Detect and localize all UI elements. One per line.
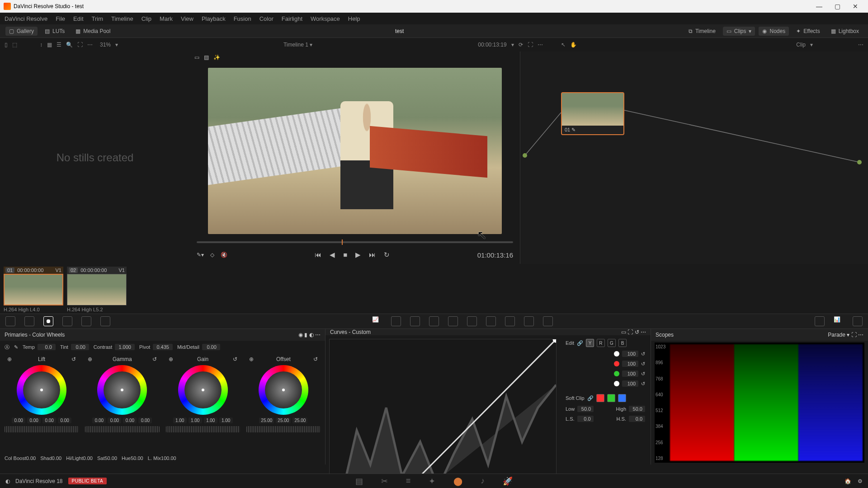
camera-raw-icon[interactable]	[5, 316, 15, 326]
scrubber[interactable]	[190, 239, 520, 246]
chevron-down-icon[interactable]: ▾	[310, 42, 312, 48]
lift-wheel[interactable]	[17, 365, 66, 415]
stop-button[interactable]: ■	[343, 251, 347, 259]
wheel-reset-icon[interactable]: ↺	[152, 356, 157, 362]
magic-mask-icon[interactable]	[467, 316, 477, 326]
menu-color[interactable]: Color	[259, 15, 274, 22]
offset-wheel[interactable]	[259, 365, 308, 415]
wheel-picker-icon[interactable]: ⊕	[88, 356, 92, 362]
menu-file[interactable]: File	[56, 15, 65, 22]
3d-icon[interactable]	[543, 316, 553, 326]
menu-fairlight[interactable]: Fairlight	[282, 15, 302, 22]
more-icon[interactable]: ⋯	[87, 42, 93, 48]
prev-button[interactable]: ◀	[330, 251, 335, 259]
hand-icon[interactable]: ✋	[570, 42, 577, 48]
edit-g[interactable]: G	[608, 339, 616, 347]
close-button[interactable]: ✕	[846, 0, 864, 13]
middetail-value[interactable]: 0.00	[202, 344, 220, 350]
node-mode[interactable]: Clip	[796, 42, 806, 48]
log-mode-icon[interactable]: ◐	[309, 332, 314, 338]
chevron-down-icon[interactable]: ▾	[810, 42, 813, 48]
hs-value[interactable]: 0.0	[629, 416, 645, 422]
effects-toggle[interactable]: ✦Effects	[793, 27, 823, 36]
media-pool-toggle[interactable]: ▦Media Pool	[72, 27, 114, 36]
key-icon[interactable]	[505, 316, 515, 326]
green-intensity[interactable]: 100	[622, 371, 638, 377]
blur-icon[interactable]	[486, 316, 496, 326]
maximize-button[interactable]: ▢	[828, 0, 846, 13]
zoom-level[interactable]: 31%	[100, 42, 111, 48]
pointer-icon[interactable]: ↖	[561, 42, 566, 48]
bypass-icon[interactable]: ⟳	[519, 42, 523, 48]
qualifier-icon[interactable]	[410, 316, 420, 326]
chevron-down-icon[interactable]: ▾	[847, 332, 849, 338]
minimize-button[interactable]: —	[810, 0, 828, 13]
high-value[interactable]: 50.0	[629, 406, 645, 412]
softclip-b[interactable]	[618, 394, 626, 402]
menu-davinciresolve[interactable]: DaVinci Resolve	[5, 15, 47, 22]
lift-dial[interactable]	[5, 426, 79, 432]
record-timecode[interactable]: 00:00:13:19	[478, 42, 506, 48]
gamma-wheel[interactable]	[97, 365, 147, 415]
pick-white-icon[interactable]: ✎	[14, 344, 18, 350]
reset-icon[interactable]: ↺	[641, 351, 645, 357]
hue-value[interactable]: 50.00	[131, 455, 143, 461]
menu-workspace[interactable]: Workspace	[311, 15, 340, 22]
clips-toggle[interactable]: ▭Clips ▾	[723, 27, 755, 36]
sizing-icon[interactable]	[524, 316, 534, 326]
more-icon[interactable]: ⋯	[641, 329, 646, 335]
scopes-tab-icon[interactable]: 📊	[834, 316, 844, 326]
last-frame-button[interactable]: ⏭	[369, 251, 376, 259]
red-intensity[interactable]: 100	[622, 361, 638, 367]
gain-dial[interactable]	[166, 426, 240, 432]
corrector-node[interactable]: 01 ✎	[561, 92, 624, 135]
home-icon[interactable]: 🏠	[844, 478, 851, 484]
wheel-reset-icon[interactable]: ↺	[71, 356, 76, 362]
gallery-toggle[interactable]: ▢Gallery	[5, 27, 38, 36]
more-icon[interactable]: ⋯	[858, 332, 863, 338]
more-icon[interactable]: ⋯	[858, 42, 863, 48]
tracker-icon[interactable]	[448, 316, 458, 326]
media-page-icon[interactable]: ▤	[355, 476, 363, 486]
blue-intensity[interactable]: 100	[622, 380, 638, 387]
color-match-icon[interactable]	[24, 316, 34, 326]
reset-icon[interactable]: ↺	[641, 361, 645, 367]
bars-mode-icon[interactable]: ▮	[304, 332, 307, 338]
deliver-page-icon[interactable]: 🚀	[503, 476, 513, 486]
tint-value[interactable]: 0.00	[71, 344, 89, 350]
clip-thumbnail[interactable]: 0100:00:00:00V1H.264 High L4.0	[4, 267, 63, 311]
hdr-icon[interactable]	[62, 316, 72, 326]
color-page-icon[interactable]: ⬤	[453, 476, 462, 486]
color-picker-icon[interactable]: ✎▾	[197, 252, 204, 258]
first-frame-button[interactable]: ⏮	[315, 251, 321, 259]
gamma-dial[interactable]	[85, 426, 159, 432]
cut-page-icon[interactable]: ✂	[381, 476, 388, 486]
menu-view[interactable]: View	[181, 15, 193, 22]
sat-value[interactable]: 50.00	[104, 455, 117, 461]
auto-balance-icon[interactable]: Ⓐ	[5, 344, 9, 351]
motion-icon[interactable]	[100, 316, 110, 326]
colboost-value[interactable]: 0.00	[26, 455, 36, 461]
viewport[interactable]	[190, 63, 520, 239]
low-value[interactable]: 50.0	[577, 406, 594, 412]
edit-b[interactable]: B	[618, 339, 627, 347]
lum-intensity[interactable]: 100	[622, 351, 638, 357]
menu-help[interactable]: Help	[348, 15, 360, 22]
fusion-page-icon[interactable]: ✦	[429, 476, 435, 486]
pivot-value[interactable]: 0.435	[153, 344, 173, 350]
split-wipe-icon[interactable]: ▤	[204, 54, 209, 61]
link-icon[interactable]: 🔗	[587, 395, 594, 401]
fairlight-page-icon[interactable]: ♪	[481, 476, 485, 486]
menu-trim[interactable]: Trim	[92, 15, 104, 22]
ls-value[interactable]: 0.0	[577, 416, 594, 422]
node-editor[interactable]: 01 ✎	[520, 52, 868, 264]
hilight-value[interactable]: 0.00	[83, 455, 93, 461]
split-icon[interactable]: ▯	[5, 42, 8, 48]
chevron-down-icon[interactable]: ▾	[115, 42, 118, 48]
wheels-mode-icon[interactable]: ◉	[298, 332, 303, 338]
mute-icon[interactable]: 🔇	[221, 252, 227, 258]
grid-icon[interactable]: ▦	[47, 42, 52, 48]
wheel-picker-icon[interactable]: ⊕	[249, 356, 254, 362]
reset-icon[interactable]: ↺	[641, 371, 645, 377]
wheel-picker-icon[interactable]: ⊕	[7, 356, 12, 362]
